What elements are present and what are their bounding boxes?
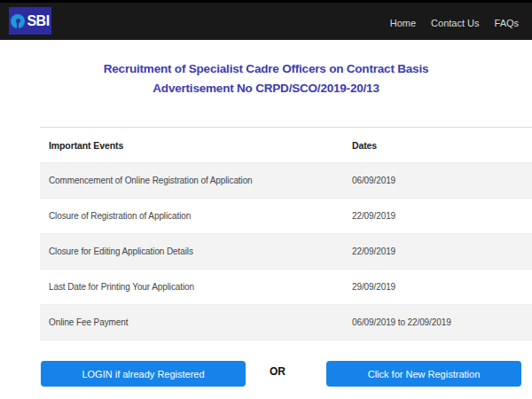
login-button[interactable]: LOGIN if already Registered [41, 361, 246, 387]
column-header-important-events: Important Events [40, 140, 352, 151]
event-cell: Online Fee Payment [40, 317, 352, 327]
important-events-table: Important Events Dates Commencement of O… [40, 127, 532, 340]
nav-item-faqs[interactable]: FAQs [495, 18, 520, 28]
event-cell: Last Date for Printing Your Application [40, 282, 352, 292]
date-cell: 29/09/2019 [352, 282, 532, 292]
table-row: Commencement of Online Registration of A… [40, 163, 532, 199]
column-header-dates: Dates [352, 140, 532, 151]
event-cell: Commencement of Online Registration of A… [40, 176, 352, 185]
sbi-logo-text: SBI [27, 13, 49, 29]
table-row: Closure for Editing Application Details … [40, 234, 532, 270]
table-header-row: Important Events Dates [40, 128, 532, 163]
sbi-keyhole-icon [11, 14, 25, 28]
page-title-line2: Advertisement No CRPD/SCO/2019-20/13 [0, 79, 532, 98]
event-cell: Closure of Registration of Application [40, 211, 352, 221]
nav-item-contact-us[interactable]: Contact Us [431, 18, 479, 28]
top-nav-bar: SBI Home Contact Us FAQs H [0, 0, 532, 40]
top-nav-links: Home Contact Us FAQs H [390, 3, 532, 43]
date-cell: 22/09/2019 [352, 246, 532, 256]
sbi-logo[interactable]: SBI [9, 7, 51, 35]
table-row: Online Fee Payment 06/09/2019 to 22/09/2… [40, 305, 532, 340]
page-title: Recruitment of Specialist Cadre Officers… [0, 59, 532, 98]
date-cell: 06/09/2019 to 22/09/2019 [352, 317, 532, 327]
event-cell: Closure for Editing Application Details [40, 246, 352, 256]
new-registration-button[interactable]: Click for New Registration [326, 361, 521, 387]
page-title-line1: Recruitment of Specialist Cadre Officers… [0, 59, 532, 79]
date-cell: 06/09/2019 [352, 176, 532, 185]
or-separator: OR [262, 365, 293, 378]
nav-item-home[interactable]: Home [390, 18, 416, 28]
date-cell: 22/09/2019 [352, 211, 532, 221]
table-row: Closure of Registration of Application 2… [40, 199, 532, 234]
table-row: Last Date for Printing Your Application … [40, 270, 532, 305]
